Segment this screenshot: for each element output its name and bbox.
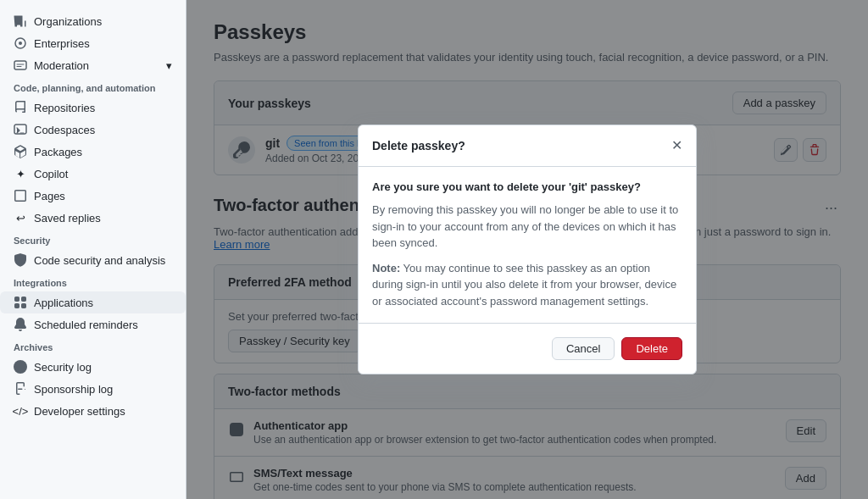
modal-footer: Cancel Delete bbox=[359, 323, 696, 374]
sidebar-item-scheduled-reminders[interactable]: Scheduled reminders bbox=[0, 313, 186, 335]
pages-icon bbox=[14, 189, 27, 202]
app-icon bbox=[14, 296, 27, 309]
sidebar-item-developer-settings[interactable]: </> Developer settings bbox=[0, 400, 186, 422]
sidebar-section: </> Developer settings bbox=[0, 400, 186, 422]
modal-header: Delete passkey? ✕ bbox=[359, 125, 696, 167]
sidebar-section: Archives Security log Sponsorship log bbox=[0, 335, 186, 400]
repo-icon bbox=[14, 101, 27, 114]
moderation-icon bbox=[14, 58, 27, 72]
enterprise-icon bbox=[14, 36, 27, 50]
log-icon2 bbox=[14, 382, 27, 396]
sidebar-item-label: Developer settings bbox=[34, 405, 125, 418]
sidebar-item-label: Applications bbox=[34, 297, 93, 309]
sidebar-section-label: Code, planning, and automation bbox=[0, 76, 186, 97]
sidebar-item-label: Packages bbox=[34, 146, 82, 158]
svg-rect-3 bbox=[14, 125, 26, 134]
modal-body: Are you sure you want to delete your 'gi… bbox=[359, 167, 696, 323]
sidebar-item-code-security[interactable]: Code security and analysis bbox=[0, 249, 186, 271]
svg-rect-2 bbox=[14, 61, 26, 69]
sidebar-item-label: Enterprises bbox=[34, 37, 90, 50]
sidebar-section: Organizations Enterprises Moderation ▾ bbox=[0, 10, 186, 76]
org-icon bbox=[14, 14, 27, 28]
sidebar-item-applications[interactable]: Applications bbox=[0, 291, 186, 313]
sidebar-item-moderation[interactable]: Moderation ▾ bbox=[0, 54, 186, 76]
sidebar-item-label: Organizations bbox=[34, 15, 102, 28]
sidebar-item-label: Code security and analysis bbox=[34, 254, 165, 267]
sidebar-item-label: Codespaces bbox=[34, 124, 95, 136]
sidebar-item-label: Saved replies bbox=[34, 212, 101, 225]
modal-body-text: By removing this passkey you will no lon… bbox=[372, 202, 682, 252]
delete-passkey-modal: Delete passkey? ✕ Are you sure you want … bbox=[358, 125, 697, 374]
sidebar-item-label: Security log bbox=[34, 361, 92, 374]
svg-point-1 bbox=[19, 42, 22, 45]
dev-icon: </> bbox=[14, 404, 27, 418]
package-icon bbox=[14, 145, 27, 158]
sidebar-item-label: Moderation bbox=[34, 59, 89, 72]
sidebar-item-label: Pages bbox=[34, 190, 65, 202]
shield-icon bbox=[14, 253, 27, 267]
sidebar: Organizations Enterprises Moderation ▾ C… bbox=[0, 0, 186, 499]
sidebar-item-packages[interactable]: Packages bbox=[0, 141, 186, 163]
copilot-icon: ✦ bbox=[14, 167, 27, 180]
modal-cancel-button[interactable]: Cancel bbox=[552, 337, 615, 360]
sidebar-item-repositories[interactable]: Repositories bbox=[0, 97, 186, 119]
sidebar-section-label: Integrations bbox=[0, 271, 186, 291]
sidebar-item-security-log[interactable]: Security log bbox=[0, 356, 186, 378]
reminder-icon bbox=[14, 318, 27, 331]
sidebar-item-label: Repositories bbox=[34, 102, 95, 114]
sidebar-section: Security Code security and analysis bbox=[0, 229, 186, 271]
sidebar-item-enterprises[interactable]: Enterprises bbox=[0, 32, 186, 54]
sidebar-item-saved-replies[interactable]: ↩ Saved replies bbox=[0, 207, 186, 229]
codespace-icon bbox=[14, 123, 27, 136]
sidebar-item-label: Copilot bbox=[34, 168, 68, 180]
saved-icon: ↩ bbox=[14, 211, 27, 225]
chevron-down-icon: ▾ bbox=[166, 59, 172, 72]
sidebar-item-codespaces[interactable]: Codespaces bbox=[0, 119, 186, 141]
sidebar-item-label: Sponsorship log bbox=[34, 383, 113, 396]
sidebar-item-pages[interactable]: Pages bbox=[0, 185, 186, 207]
modal-delete-button[interactable]: Delete bbox=[621, 337, 682, 360]
modal-note: Note: You may continue to see this passk… bbox=[372, 260, 682, 310]
sidebar-item-copilot[interactable]: ✦ Copilot bbox=[0, 163, 186, 185]
sidebar-section-label: Archives bbox=[0, 335, 186, 356]
sidebar-section: Code, planning, and automation Repositor… bbox=[0, 76, 186, 229]
sidebar-item-organizations[interactable]: Organizations bbox=[0, 10, 186, 32]
sidebar-item-sponsorship-log[interactable]: Sponsorship log bbox=[0, 378, 186, 400]
modal-overlay: Delete passkey? ✕ Are you sure you want … bbox=[186, 0, 868, 499]
modal-close-button[interactable]: ✕ bbox=[671, 139, 682, 152]
modal-subtitle: Are you sure you want to delete your 'gi… bbox=[372, 180, 682, 193]
sidebar-section: Integrations Applications Scheduled remi… bbox=[0, 271, 186, 335]
modal-title: Delete passkey? bbox=[372, 139, 465, 152]
sidebar-section-label: Security bbox=[0, 229, 186, 249]
main-content: Passkeys Passkeys are a password replace… bbox=[186, 0, 868, 499]
log-icon bbox=[14, 360, 27, 374]
sidebar-item-label: Scheduled reminders bbox=[34, 319, 138, 331]
app-layout: Organizations Enterprises Moderation ▾ C… bbox=[0, 0, 868, 499]
